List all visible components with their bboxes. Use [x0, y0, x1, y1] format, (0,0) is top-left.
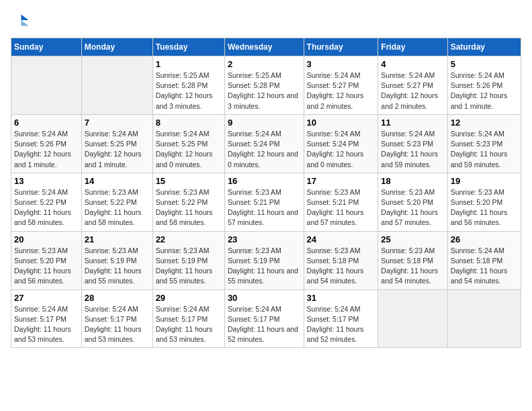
calendar-cell: 4Sunrise: 5:24 AMSunset: 5:27 PMDaylight… — [378, 56, 447, 115]
calendar-cell: 19Sunrise: 5:23 AMSunset: 5:20 PMDayligh… — [447, 173, 521, 231]
day-number: 25 — [381, 234, 444, 244]
day-number: 12 — [451, 118, 518, 128]
calendar-cell: 28Sunrise: 5:24 AMSunset: 5:17 PMDayligh… — [81, 289, 152, 348]
day-number: 16 — [228, 176, 301, 186]
svg-marker-0 — [21, 15, 28, 20]
day-info: Sunrise: 5:24 AMSunset: 5:23 PMDaylight:… — [381, 129, 444, 170]
header-friday: Friday — [378, 38, 447, 56]
header-sunday: Sunday — [11, 38, 82, 56]
day-info: Sunrise: 5:24 AMSunset: 5:17 PMDaylight:… — [14, 304, 79, 345]
day-info: Sunrise: 5:25 AMSunset: 5:28 PMDaylight:… — [228, 71, 301, 111]
calendar-cell: 23Sunrise: 5:23 AMSunset: 5:19 PMDayligh… — [224, 231, 304, 289]
calendar-cell: 7Sunrise: 5:24 AMSunset: 5:25 PMDaylight… — [81, 114, 152, 173]
header-saturday: Saturday — [447, 38, 521, 56]
svg-marker-1 — [21, 20, 28, 26]
calendar-cell: 1Sunrise: 5:25 AMSunset: 5:28 PMDaylight… — [152, 56, 224, 115]
day-number: 27 — [14, 293, 79, 303]
calendar-cell: 17Sunrise: 5:23 AMSunset: 5:21 PMDayligh… — [304, 173, 378, 231]
day-number: 11 — [381, 118, 444, 128]
calendar-cell: 8Sunrise: 5:24 AMSunset: 5:25 PMDaylight… — [152, 114, 224, 173]
day-info: Sunrise: 5:23 AMSunset: 5:20 PMDaylight:… — [14, 246, 79, 287]
calendar-cell: 3Sunrise: 5:24 AMSunset: 5:27 PMDaylight… — [304, 56, 378, 115]
day-info: Sunrise: 5:23 AMSunset: 5:22 PMDaylight:… — [156, 187, 222, 228]
day-info: Sunrise: 5:23 AMSunset: 5:19 PMDaylight:… — [85, 246, 150, 287]
week-row-3: 13Sunrise: 5:24 AMSunset: 5:22 PMDayligh… — [11, 173, 521, 231]
day-info: Sunrise: 5:25 AMSunset: 5:28 PMDaylight:… — [156, 71, 222, 111]
day-info: Sunrise: 5:23 AMSunset: 5:21 PMDaylight:… — [307, 187, 375, 228]
calendar-cell: 15Sunrise: 5:23 AMSunset: 5:22 PMDayligh… — [152, 173, 224, 231]
calendar-cell: 27Sunrise: 5:24 AMSunset: 5:17 PMDayligh… — [11, 289, 82, 348]
week-row-5: 27Sunrise: 5:24 AMSunset: 5:17 PMDayligh… — [11, 289, 521, 348]
day-info: Sunrise: 5:24 AMSunset: 5:17 PMDaylight:… — [228, 304, 301, 345]
day-number: 6 — [14, 118, 79, 128]
day-number: 23 — [228, 234, 301, 244]
header-wednesday: Wednesday — [224, 38, 304, 56]
calendar-cell: 6Sunrise: 5:24 AMSunset: 5:26 PMDaylight… — [11, 114, 82, 173]
day-number: 18 — [381, 176, 444, 186]
day-info: Sunrise: 5:24 AMSunset: 5:23 PMDaylight:… — [451, 129, 518, 170]
day-number: 10 — [307, 118, 375, 128]
calendar-cell: 14Sunrise: 5:23 AMSunset: 5:22 PMDayligh… — [81, 173, 152, 231]
day-number: 22 — [156, 234, 222, 244]
day-info: Sunrise: 5:24 AMSunset: 5:26 PMDaylight:… — [451, 71, 518, 111]
day-number: 21 — [85, 234, 150, 244]
day-info: Sunrise: 5:24 AMSunset: 5:24 PMDaylight:… — [228, 129, 301, 170]
calendar-cell: 20Sunrise: 5:23 AMSunset: 5:20 PMDayligh… — [11, 231, 82, 289]
day-number: 8 — [156, 118, 222, 128]
calendar-cell: 30Sunrise: 5:24 AMSunset: 5:17 PMDayligh… — [224, 289, 304, 348]
day-number: 2 — [228, 59, 301, 69]
day-number: 30 — [228, 293, 301, 303]
day-info: Sunrise: 5:23 AMSunset: 5:18 PMDaylight:… — [381, 246, 444, 287]
day-info: Sunrise: 5:24 AMSunset: 5:24 PMDaylight:… — [307, 129, 375, 170]
day-info: Sunrise: 5:23 AMSunset: 5:19 PMDaylight:… — [228, 246, 301, 287]
week-row-2: 6Sunrise: 5:24 AMSunset: 5:26 PMDaylight… — [11, 114, 521, 173]
week-row-4: 20Sunrise: 5:23 AMSunset: 5:20 PMDayligh… — [11, 231, 521, 289]
day-number: 29 — [156, 293, 222, 303]
calendar-cell: 25Sunrise: 5:23 AMSunset: 5:18 PMDayligh… — [378, 231, 447, 289]
day-number: 3 — [307, 59, 375, 69]
calendar-cell: 9Sunrise: 5:24 AMSunset: 5:24 PMDaylight… — [224, 114, 304, 173]
calendar-cell: 29Sunrise: 5:24 AMSunset: 5:17 PMDayligh… — [152, 289, 224, 348]
day-number: 17 — [307, 176, 375, 186]
day-info: Sunrise: 5:24 AMSunset: 5:17 PMDaylight:… — [85, 304, 150, 345]
day-info: Sunrise: 5:24 AMSunset: 5:27 PMDaylight:… — [307, 71, 375, 111]
week-row-1: 1Sunrise: 5:25 AMSunset: 5:28 PMDaylight… — [11, 56, 521, 115]
day-info: Sunrise: 5:23 AMSunset: 5:18 PMDaylight:… — [307, 246, 375, 287]
calendar-cell: 12Sunrise: 5:24 AMSunset: 5:23 PMDayligh… — [447, 114, 521, 173]
calendar-header-row: SundayMondayTuesdayWednesdayThursdayFrid… — [11, 38, 521, 56]
day-number: 26 — [451, 234, 518, 244]
day-info: Sunrise: 5:23 AMSunset: 5:22 PMDaylight:… — [85, 187, 150, 228]
day-info: Sunrise: 5:24 AMSunset: 5:25 PMDaylight:… — [156, 129, 222, 170]
calendar-cell: 31Sunrise: 5:24 AMSunset: 5:17 PMDayligh… — [304, 289, 378, 348]
day-number: 31 — [307, 293, 375, 303]
calendar-table: SundayMondayTuesdayWednesdayThursdayFrid… — [11, 38, 521, 348]
calendar-cell: 21Sunrise: 5:23 AMSunset: 5:19 PMDayligh… — [81, 231, 152, 289]
day-info: Sunrise: 5:24 AMSunset: 5:18 PMDaylight:… — [451, 246, 518, 287]
day-number: 13 — [14, 176, 79, 186]
page-header — [11, 11, 521, 30]
calendar-cell: 26Sunrise: 5:24 AMSunset: 5:18 PMDayligh… — [447, 231, 521, 289]
day-number: 14 — [85, 176, 150, 186]
day-info: Sunrise: 5:23 AMSunset: 5:20 PMDaylight:… — [451, 187, 518, 228]
day-info: Sunrise: 5:24 AMSunset: 5:25 PMDaylight:… — [85, 129, 150, 170]
day-number: 20 — [14, 234, 79, 244]
calendar-cell — [81, 56, 152, 115]
day-info: Sunrise: 5:24 AMSunset: 5:17 PMDaylight:… — [156, 304, 222, 345]
day-number: 15 — [156, 176, 222, 186]
calendar-cell — [447, 289, 521, 348]
logo-icon — [11, 11, 30, 30]
day-number: 24 — [307, 234, 375, 244]
day-number: 19 — [451, 176, 518, 186]
calendar-cell: 13Sunrise: 5:24 AMSunset: 5:22 PMDayligh… — [11, 173, 82, 231]
calendar-cell: 18Sunrise: 5:23 AMSunset: 5:20 PMDayligh… — [378, 173, 447, 231]
calendar-cell: 10Sunrise: 5:24 AMSunset: 5:24 PMDayligh… — [304, 114, 378, 173]
day-info: Sunrise: 5:24 AMSunset: 5:26 PMDaylight:… — [14, 129, 79, 170]
day-number: 4 — [381, 59, 444, 69]
header-tuesday: Tuesday — [152, 38, 224, 56]
calendar-cell: 11Sunrise: 5:24 AMSunset: 5:23 PMDayligh… — [378, 114, 447, 173]
calendar-cell: 5Sunrise: 5:24 AMSunset: 5:26 PMDaylight… — [447, 56, 521, 115]
day-info: Sunrise: 5:24 AMSunset: 5:22 PMDaylight:… — [14, 187, 79, 228]
day-number: 7 — [85, 118, 150, 128]
day-info: Sunrise: 5:23 AMSunset: 5:20 PMDaylight:… — [381, 187, 444, 228]
day-info: Sunrise: 5:23 AMSunset: 5:19 PMDaylight:… — [156, 246, 222, 287]
